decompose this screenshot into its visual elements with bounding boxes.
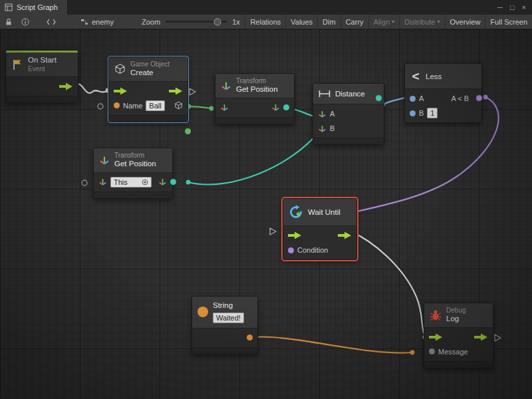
wire-create-to-getposition1[interactable]	[189, 106, 211, 108]
node-title: Wait Until	[308, 208, 340, 216]
align-button[interactable]: Align▾	[368, 15, 399, 29]
node-title: Less	[426, 72, 442, 80]
maximize-button[interactable]: □	[510, 3, 515, 11]
info-button[interactable]	[17, 15, 33, 29]
node-subtitle: Event	[28, 65, 57, 73]
position-output-port[interactable]	[283, 104, 289, 110]
input-b-port[interactable]	[410, 110, 416, 116]
unconnected-value-indicator	[82, 180, 87, 186]
zoom-slider[interactable]	[166, 15, 227, 29]
unconnected-exec-indicator	[190, 88, 196, 95]
wire-waituntil-to-debuglog[interactable]	[350, 231, 425, 336]
node-title: Log	[446, 315, 466, 324]
node-debug-log[interactable]: Debug Log Message	[424, 303, 493, 368]
node-type: Debug	[446, 307, 466, 315]
exec-output-port[interactable]	[59, 82, 73, 90]
node-on-start-event[interactable]: On Start Event	[5, 50, 78, 103]
fit-view-button[interactable]	[43, 15, 59, 29]
minimize-button[interactable]: ─	[497, 3, 503, 11]
exec-input-port[interactable]	[114, 87, 128, 95]
wait-timer-icon	[289, 205, 303, 219]
distance-output-port[interactable]	[376, 95, 382, 101]
tab-script-graph[interactable]: Script Graph	[0, 0, 68, 15]
exec-output-port[interactable]	[338, 231, 352, 239]
result-output-port[interactable]	[476, 95, 482, 101]
wire-distance-to-less-a[interactable]	[383, 97, 407, 104]
node-distance[interactable]: Distance A B	[313, 83, 384, 145]
node-footer	[313, 138, 384, 144]
node-title: Distance	[335, 90, 365, 98]
distance-icon	[319, 90, 331, 98]
name-input-port[interactable]	[114, 102, 120, 108]
message-input-port[interactable]	[429, 348, 435, 354]
node-wait-until[interactable]: Wait Until Condition	[283, 198, 357, 260]
wire-end-dot	[209, 106, 214, 111]
node-header: Transform Get Position	[215, 74, 294, 98]
node-less[interactable]: < Less A A < B B 1	[404, 63, 482, 123]
string-icon	[198, 307, 208, 317]
vector3-input-a-port[interactable]	[318, 110, 327, 118]
node-gameobject-create[interactable]: Game Object Create Name Ball	[108, 57, 188, 122]
node-header: Debug Log	[424, 303, 493, 328]
exec-input-port[interactable]	[429, 333, 443, 341]
transform-input-port[interactable]	[98, 178, 107, 186]
name-value-input[interactable]: Ball	[146, 100, 164, 111]
cube-icon	[114, 63, 126, 74]
lock-button[interactable]	[0, 15, 17, 29]
carry-button[interactable]: Carry	[340, 15, 368, 29]
node-header: < Less	[405, 64, 481, 89]
bug-icon	[430, 309, 442, 321]
input-a-port[interactable]	[410, 96, 416, 102]
relations-button[interactable]: Relations	[245, 15, 285, 29]
wire-end-dot	[410, 350, 415, 355]
wire-string-to-debuglog-message[interactable]	[253, 336, 412, 352]
result-label: A < B	[451, 94, 469, 102]
transform-input-port[interactable]	[220, 103, 229, 112]
wire-onstart-to-create[interactable]	[74, 84, 108, 93]
close-button[interactable]: ×	[522, 3, 526, 11]
unconnected-exec-indicator	[495, 334, 501, 341]
node-footer	[109, 115, 188, 122]
node-title: Get Position	[236, 85, 278, 94]
string-value-input[interactable]: Waited!	[213, 313, 244, 323]
transform-icon	[221, 80, 231, 91]
string-output-port[interactable]	[247, 334, 253, 340]
node-title: Create	[130, 68, 170, 78]
exec-input-port[interactable]	[288, 231, 302, 239]
node-type: Game Object	[130, 61, 170, 68]
exec-output-port[interactable]	[474, 333, 488, 341]
node-title: On Start	[28, 56, 57, 65]
input-b-value[interactable]: 1	[427, 108, 438, 118]
node-get-position-2[interactable]: Transform Get Position This	[93, 148, 173, 199]
values-button[interactable]: Values	[285, 15, 317, 29]
node-string-literal[interactable]: String Waited!	[192, 296, 258, 354]
graph-toolbar: enemy Zoom 1x Relations Values Dim Carry…	[0, 15, 532, 29]
node-get-position-1[interactable]: Transform Get Position	[215, 73, 295, 124]
input-a-label: A	[419, 94, 424, 102]
node-title: Get Position	[114, 160, 156, 169]
transform-icon	[99, 155, 110, 166]
dim-button[interactable]: Dim	[317, 15, 340, 29]
vector3-input-b-port[interactable]	[318, 124, 327, 133]
input-a-label: A	[330, 110, 334, 118]
zoom-slider-knob[interactable]	[214, 18, 221, 25]
node-type: Transform	[236, 77, 278, 85]
zoom-label: Zoom	[142, 18, 160, 26]
flag-icon	[11, 59, 23, 70]
graph-asset-icon	[80, 18, 88, 26]
target-selector[interactable]: This	[110, 177, 152, 188]
overview-button[interactable]: Overview	[445, 15, 485, 29]
node-footer	[424, 361, 493, 368]
exec-output-port[interactable]	[169, 87, 183, 95]
vector3-icon	[271, 103, 280, 112]
graph-canvas[interactable]: On Start Event Game Object	[0, 29, 532, 399]
gameobject-output-port[interactable]	[185, 128, 191, 134]
wire-getposition2-to-distance-b[interactable]	[188, 133, 318, 184]
node-header: On Start Event	[6, 53, 78, 77]
full-screen-button[interactable]: Full Screen	[485, 15, 532, 29]
input-b-label: B	[419, 109, 424, 117]
distribute-button[interactable]: Distribute▾	[399, 15, 444, 29]
graph-breadcrumb[interactable]: enemy	[80, 15, 114, 29]
node-header: Wait Until	[283, 199, 356, 226]
condition-input-port[interactable]	[288, 247, 294, 253]
